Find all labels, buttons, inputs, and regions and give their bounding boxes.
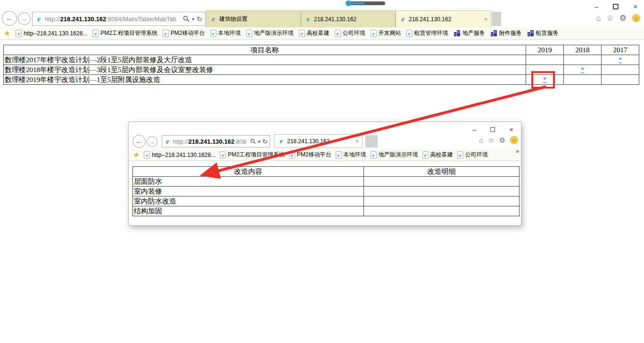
tab-building-settings[interactable]: e 建筑物设置 [206, 10, 301, 27]
renovation-detail-cell [364, 177, 520, 187]
favorites-item[interactable]: 附件服务 [490, 29, 522, 37]
settings-gear-icon[interactable]: ⚙ [619, 14, 627, 22]
project-name-cell: 数理楼2017年楼宇改造计划—2段1至5层内部装修及大厅改造 [4, 55, 526, 65]
restore-button[interactable] [613, 4, 619, 9]
popup-new-tab-button[interactable] [365, 135, 378, 147]
favorites-item-label: 公司环境 [343, 29, 365, 37]
asterisk-link-visited[interactable]: * [543, 76, 547, 83]
favorites-icon[interactable]: ☆ [488, 137, 494, 144]
favorites-item[interactable]: ePM2工程项目管理系统 [92, 29, 157, 37]
popup-address-bar[interactable]: e http://218.241.130.162:808 ▾ ↻ [162, 135, 270, 147]
favorites-item-label: 本地环境 [218, 29, 241, 37]
search-icon[interactable] [183, 16, 190, 22]
projects-table: 项目名称 2019 2018 2017 数理楼2017年楼宇改造计划—2段1至5… [3, 45, 639, 85]
favorites-item[interactable]: ehttp--218.241.130.1628... [16, 30, 87, 37]
feedback-smiley-icon[interactable]: ☺ [632, 14, 640, 22]
tab-218-241-130-162-b-active[interactable]: e 218.241.130.162 × [396, 10, 491, 27]
favorites-item-label: 地产版演示环境 [254, 29, 294, 37]
popup-forward-button[interactable]: → [147, 136, 157, 147]
popup-close-button[interactable]: × [509, 126, 513, 133]
popup-back-button[interactable]: ← [132, 135, 146, 148]
url-host: 218.241.130.162 [60, 16, 107, 23]
popup-minimize-button[interactable]: – [472, 126, 476, 133]
favorites-item[interactable]: e本地环境 [210, 29, 241, 37]
add-favorite-star-icon[interactable]: ★ [4, 30, 10, 37]
favorites-item-label: 租赁管理环境 [414, 29, 448, 37]
autocomplete-dropdown-icon[interactable]: ▾ [258, 139, 260, 144]
favorites-item[interactable]: e高校基建 [299, 29, 330, 37]
screen: – × ← → e http://218.241.130.162:8084/Ma… [0, 0, 644, 343]
ie-page-icon: e [144, 151, 150, 159]
favorites-item[interactable]: e本地环境 [336, 151, 366, 159]
favorites-item[interactable]: e租赁管理环境 [406, 29, 448, 37]
table-row: 室内装修 [133, 187, 520, 196]
favorites-item[interactable]: e开发网站 [371, 29, 401, 37]
favorites-item-label: 地产版演示环境 [379, 151, 418, 159]
favorites-item-label: 租赁服务 [536, 29, 559, 37]
popup-window[interactable]: – × ← → e http://218.241.130.162:808 ▾ ↻… [128, 122, 521, 226]
year-2018-cell: * [564, 65, 602, 75]
favorites-item[interactable]: e公司环境 [457, 151, 488, 159]
favorites-icon[interactable]: ☆ [607, 14, 614, 22]
address-bar[interactable]: e http://218.241.130.162:8084/Main/Table… [32, 12, 206, 26]
add-favorite-star-icon[interactable]: ★ [133, 151, 140, 159]
ie-page-icon: e [299, 30, 305, 37]
home-icon[interactable]: ⌂ [596, 14, 601, 22]
favorites-item[interactable]: e公司环境 [335, 29, 365, 37]
autocomplete-dropdown-icon[interactable]: ▾ [192, 16, 194, 22]
favorites-item[interactable]: ePM2工程项目管理系统 [220, 151, 285, 159]
minimize-button[interactable]: – [594, 3, 598, 10]
slider-knob[interactable] [346, 0, 351, 6]
forward-button[interactable]: → [18, 12, 31, 25]
close-button[interactable]: × [633, 3, 637, 10]
ie-page-icon: e [335, 30, 341, 37]
annotation-slider[interactable] [346, 1, 385, 6]
year-2018-cell [564, 75, 602, 85]
ie-page-icon: e [92, 30, 99, 37]
favorites-overflow-chevron-icon[interactable]: » [516, 149, 519, 154]
ie-page-icon: e [16, 30, 22, 37]
feedback-smiley-icon[interactable]: ☺ [510, 136, 518, 144]
asterisk-link[interactable]: * [619, 56, 622, 64]
favorites-item[interactable]: 地产服务 [454, 29, 485, 37]
renovation-detail-cell [364, 196, 520, 206]
ie-page-icon: e [371, 151, 377, 159]
home-icon[interactable]: ⌂ [479, 137, 483, 144]
settings-gear-icon[interactable]: ⚙ [499, 137, 505, 144]
refresh-icon[interactable]: ↻ [262, 138, 268, 145]
ie-page-icon: e [163, 30, 169, 37]
new-tab-button[interactable] [492, 12, 501, 26]
favorites-item[interactable]: e地产版演示环境 [371, 151, 418, 159]
building-icon [527, 30, 534, 37]
favorites-item[interactable]: e地产版演示环境 [246, 29, 294, 37]
renovation-content-cell: 结构加固 [133, 206, 364, 216]
favorites-item[interactable]: e高校基建 [422, 151, 453, 159]
favorites-item[interactable]: ePM2移动平台 [289, 151, 331, 159]
favorites-item[interactable]: 租赁服务 [527, 29, 559, 37]
popup-tab-218-241-130-162[interactable]: e 218.241.130.162 × [274, 134, 363, 148]
url-text[interactable]: http://218.241.130.162:8084/Main/Table/M… [45, 16, 181, 23]
popup-maximize-button[interactable] [490, 127, 495, 132]
renovation-content-cell: 室内防水改造 [133, 196, 364, 206]
column-header-2018: 2018 [564, 45, 602, 55]
tab-label: 218.241.130.162 [287, 138, 330, 145]
favorites-item-label: PM2移动平台 [171, 29, 205, 37]
tab-close-icon[interactable]: × [484, 16, 487, 23]
tab-close-icon[interactable]: × [355, 138, 359, 145]
asterisk-link[interactable]: * [581, 66, 585, 74]
popup-url-text[interactable]: http://218.241.130.162:808 [173, 138, 248, 145]
tab-218-241-130-162-a[interactable]: e 218.241.130.162 [301, 10, 396, 27]
favorites-item[interactable]: ehttp--218.241.130.1628... [144, 151, 215, 159]
year-2019-cell [526, 65, 564, 75]
url-scheme: http:// [45, 16, 60, 23]
year-2017-cell [602, 75, 639, 85]
url-path: :8084/Main/Table/MabTab [106, 16, 176, 23]
refresh-icon[interactable]: ↻ [197, 15, 202, 23]
favorites-item-label: 公司环境 [465, 151, 488, 159]
tab-label: 218.241.130.162 [314, 16, 356, 23]
ie-page-icon: e [246, 30, 252, 37]
search-icon[interactable] [250, 139, 256, 144]
favorites-bar: ★ ehttp--218.241.130.1628... ePM2工程项目管理系… [0, 27, 644, 40]
back-button[interactable]: ← [2, 11, 17, 26]
favorites-item[interactable]: ePM2移动平台 [163, 29, 205, 37]
